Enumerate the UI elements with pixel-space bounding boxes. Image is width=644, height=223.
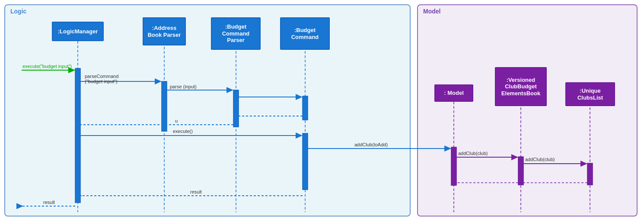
label-addclub-club-2: addClub(club): [525, 157, 555, 162]
label-result-1: result: [190, 189, 202, 194]
model-label: Model: [423, 8, 440, 15]
lifeline-box-bcparser: :Budget Command Parser: [211, 17, 261, 50]
label-result-2: result: [43, 200, 55, 205]
lifeline-box-model: : Model: [434, 84, 473, 102]
label-execute: execute(): [173, 129, 193, 134]
label-execute-budget: execute("budget input"): [22, 64, 72, 69]
label-addclub-club-1: addClub(club): [458, 151, 488, 156]
lifeline-box-ucl: :Unique ClubsList: [565, 82, 615, 106]
lifeline-box-vcbe: :Versioned ClubBudget ElementsBook: [495, 67, 547, 106]
label-u: u: [175, 118, 178, 123]
label-addclub-toadd: addClub(toAdd): [354, 142, 388, 147]
model-section: Model: [417, 4, 638, 217]
label-parse-input: parse (input): [170, 84, 197, 89]
logic-label: Logic: [10, 8, 26, 15]
label-parsecommand: parseCommand("budget input"): [85, 74, 118, 84]
diagram-container: Logic Model :LogicManager :Address Book …: [0, 0, 644, 223]
lifeline-box-logicmanager: :LogicManager: [52, 22, 104, 41]
lifeline-box-budgetcommand: :BudgetCommand: [280, 17, 330, 50]
lifeline-box-abparser: :Address Book Parser: [143, 17, 186, 45]
